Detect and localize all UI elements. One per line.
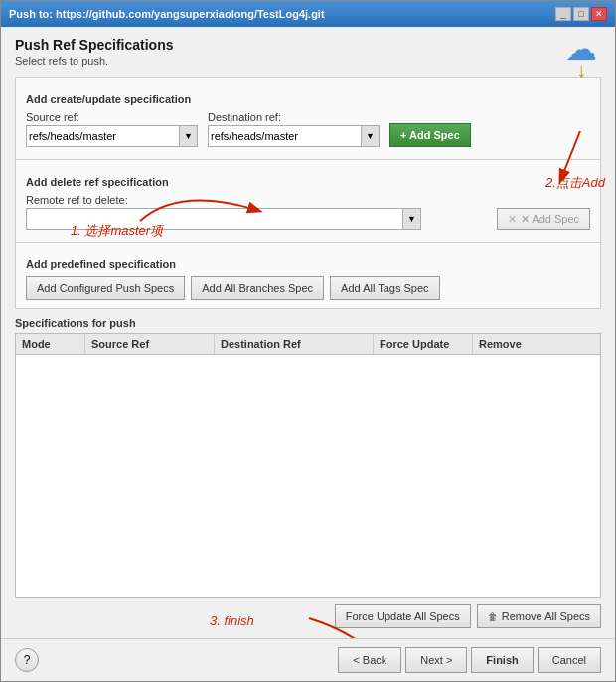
create-update-form-row: Source ref: refs/heads/master ▼ Destinat… (26, 111, 590, 147)
x-icon: ✕ (508, 213, 517, 226)
col-dest-ref: Destination Ref (215, 334, 374, 354)
dest-ref-arrow[interactable]: ▼ (362, 125, 380, 147)
dest-ref-label: Destination ref: (208, 111, 380, 123)
add-delete-spec-button[interactable]: ✕ ✕ Add Spec (497, 208, 590, 230)
specs-table: Mode Source Ref Destination Ref Force Up… (15, 333, 601, 598)
predefined-label: Add predefined specification (26, 258, 590, 270)
window-controls: _ □ ✕ (555, 7, 607, 21)
maximize-button[interactable]: □ (573, 7, 589, 21)
source-ref-wrapper: refs/heads/master ▼ (26, 125, 198, 147)
col-remove: Remove (473, 334, 552, 354)
add-configured-push-specs-button[interactable]: Add Configured Push Specs (26, 276, 185, 300)
col-mode: Mode (16, 334, 85, 354)
page-subtitle: Select refs to push. (15, 55, 601, 67)
main-content: Push Ref Specifications Select refs to p… (1, 27, 615, 638)
table-section: Specifications for push Mode Source Ref … (15, 317, 601, 628)
delete-form-row: Remote ref to delete: ▼ ✕ ✕ Add Spec (26, 194, 590, 230)
remote-ref-select[interactable] (26, 208, 403, 230)
footer-nav: < Back Next > Finish Cancel (338, 647, 601, 673)
table-section-label: Specifications for push (15, 317, 601, 329)
help-button[interactable]: ? (15, 648, 39, 672)
source-ref-label: Source ref: (26, 111, 198, 123)
col-source-ref: Source Ref (85, 334, 215, 354)
table-header: Mode Source Ref Destination Ref Force Up… (16, 334, 600, 355)
next-button[interactable]: Next > (405, 647, 467, 673)
col-force-update: Force Update (374, 334, 473, 354)
minimize-button[interactable]: _ (555, 7, 571, 21)
delete-section: Add delete ref specification Remote ref … (15, 160, 601, 243)
create-update-label: Add create/update specification (26, 93, 590, 105)
remove-icon: 🗑 (488, 611, 498, 622)
title-bar: Push to: https://github.com/yangsuperxia… (1, 1, 615, 27)
remote-ref-select-arrow[interactable]: ▼ (403, 208, 421, 230)
main-window: Push to: https://github.com/yangsuperxia… (0, 0, 616, 682)
source-ref-group: Source ref: refs/heads/master ▼ (26, 111, 198, 147)
window-title: Push to: https://github.com/yangsuperxia… (9, 8, 325, 20)
dest-ref-group: Destination ref: refs/heads/master ▼ (208, 111, 380, 147)
predefined-section: Add predefined specification Add Configu… (15, 243, 601, 309)
bottom-buttons: Force Update All Specs 🗑 Remove All Spec… (15, 604, 601, 628)
cancel-button[interactable]: Cancel (538, 647, 601, 673)
add-all-branches-spec-button[interactable]: Add All Branches Spec (191, 276, 324, 300)
dest-ref-wrapper: refs/heads/master ▼ (208, 125, 380, 147)
source-ref-arrow[interactable]: ▼ (180, 125, 198, 147)
table-body (16, 355, 600, 597)
dest-ref-select[interactable]: refs/heads/master (208, 125, 362, 147)
add-all-tags-spec-button[interactable]: Add All Tags Spec (330, 276, 439, 300)
arrow-down-icon: ↓ (576, 59, 586, 82)
remote-ref-wrapper: ▼ (26, 208, 487, 230)
back-button[interactable]: < Back (338, 647, 401, 673)
remote-ref-label: Remote ref to delete: (26, 194, 487, 206)
remote-ref-group: Remote ref to delete: ▼ (26, 194, 487, 230)
source-ref-select[interactable]: refs/heads/master (26, 125, 180, 147)
force-update-all-specs-button[interactable]: Force Update All Specs (335, 604, 471, 628)
predefined-buttons-row: Add Configured Push Specs Add All Branch… (26, 276, 590, 300)
footer: ? < Back Next > Finish Cancel (1, 638, 615, 681)
remove-all-specs-button[interactable]: 🗑 Remove All Specs (477, 604, 601, 628)
add-spec-button[interactable]: + Add Spec (389, 123, 471, 147)
delete-section-label: Add delete ref specification (26, 176, 590, 188)
page-title: Push Ref Specifications (15, 37, 601, 53)
create-update-section: Add create/update specification Source r… (15, 77, 601, 160)
close-button[interactable]: ✕ (591, 7, 607, 21)
cloud-icon-area: ☁ ↓ (565, 33, 597, 82)
finish-button[interactable]: Finish (471, 647, 533, 673)
